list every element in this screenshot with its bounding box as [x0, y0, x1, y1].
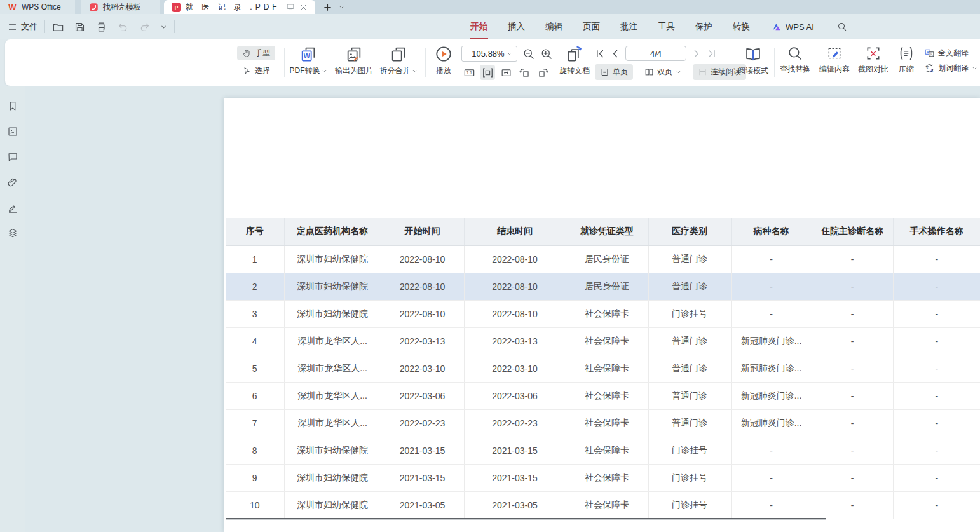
search-icon[interactable] [837, 22, 847, 32]
hand-icon [242, 48, 252, 58]
chevron-down-icon [507, 51, 512, 57]
open-file-icon[interactable] [52, 21, 64, 33]
table-row: 9深圳市妇幼保健院2021-03-152021-03-15社会保障卡门诊挂号--… [226, 464, 980, 491]
rotate-right-button[interactable] [535, 65, 550, 80]
edit-content-button[interactable]: 编辑内容 [816, 45, 853, 75]
last-page-icon[interactable] [706, 48, 717, 59]
tab-page[interactable]: 页面 [582, 13, 601, 40]
layers-icon[interactable] [7, 228, 18, 239]
page-number-input[interactable]: 4/4 [625, 46, 686, 61]
svg-text:W: W [8, 3, 17, 12]
tab-home[interactable]: 开始 [469, 13, 489, 40]
double-page-label: 双页 [657, 67, 672, 78]
find-replace-button[interactable]: 查找替换 [777, 45, 813, 75]
tab-comment[interactable]: 批注 [619, 13, 639, 40]
table-cell: - [812, 355, 893, 382]
actual-size-button[interactable]: 1:1 [461, 65, 477, 80]
edit-content-icon [826, 45, 843, 62]
zoom-select[interactable]: 105.88% [461, 46, 517, 62]
play-button[interactable]: 播放 [430, 45, 458, 76]
svg-text:P: P [175, 4, 179, 10]
table-cell: 2 [226, 273, 284, 300]
document-canvas[interactable]: 序号定点医药机构名称开始时间结束时间就诊凭证类型医疗类别病种名称住院主诊断名称手… [25, 86, 980, 532]
table-cell: 深圳市龙华区人... [284, 409, 381, 437]
print-icon[interactable] [95, 21, 107, 33]
table-cell: 2022-03-10 [381, 355, 464, 382]
table-cell: 8 [226, 437, 284, 464]
table-cell: 5 [226, 355, 284, 382]
zoom-out-icon[interactable] [522, 48, 535, 60]
select-tool-label: 选择 [255, 65, 270, 76]
column-header: 手术操作名称 [893, 218, 980, 245]
monitor-icon[interactable] [286, 3, 295, 11]
signature-icon[interactable] [7, 202, 18, 214]
wps-ai-button[interactable]: WPS AI [772, 22, 814, 32]
pdf-convert-button[interactable]: PDF转换 [287, 45, 329, 76]
single-page-button[interactable]: 单页 [595, 64, 633, 80]
table-cell: 社会保障卡 [566, 300, 648, 327]
bookmark-icon[interactable] [7, 100, 18, 112]
thumbnails-icon[interactable] [7, 126, 18, 137]
compress-button[interactable]: 压缩 [894, 45, 919, 75]
hand-tool-button[interactable]: 手型 [237, 46, 275, 60]
undo-icon[interactable] [117, 21, 129, 33]
tab-insert[interactable]: 插入 [507, 13, 526, 40]
attachment-icon[interactable] [7, 177, 18, 188]
table-cell: 门诊挂号 [648, 464, 731, 491]
next-page-icon[interactable] [691, 48, 702, 59]
compress-label: 压缩 [899, 64, 914, 75]
more-actions-chevron-icon[interactable] [160, 24, 167, 31]
table-cell: - [893, 355, 980, 382]
rotate-document-icon [566, 45, 583, 63]
new-tab-button[interactable] [323, 3, 332, 12]
column-header: 医疗类别 [648, 218, 731, 245]
double-page-button[interactable]: 双页 [639, 64, 686, 80]
split-merge-button[interactable]: 拆分合并 [375, 45, 422, 76]
fit-width-button[interactable] [480, 65, 495, 80]
tab-wps-office[interactable]: W WPS Office [0, 0, 75, 14]
single-page-label: 单页 [613, 67, 628, 78]
tab-docer-templates[interactable]: 找稻壳模板 [81, 0, 160, 14]
screenshot-compare-button[interactable]: 截图对比 [855, 45, 892, 75]
tab-edit[interactable]: 编辑 [544, 13, 564, 40]
select-tool-button[interactable]: 选择 [237, 64, 275, 78]
tab-tools[interactable]: 工具 [657, 13, 676, 40]
rotate-document-label: 旋转文档 [559, 65, 590, 76]
table-cell: - [731, 464, 812, 491]
file-menu-button[interactable]: 文件 [8, 21, 37, 32]
column-header: 病种名称 [731, 218, 812, 245]
tab-protect[interactable]: 保护 [694, 13, 714, 40]
close-icon[interactable] [299, 3, 308, 11]
rotate-left-button[interactable] [517, 65, 532, 80]
table-cell: 深圳市妇幼保健院 [284, 491, 381, 519]
zoom-in-icon[interactable] [540, 48, 553, 60]
tab-convert[interactable]: 转换 [732, 13, 751, 40]
table-cell: 2022-03-10 [464, 355, 566, 382]
comment-icon[interactable] [7, 151, 18, 163]
first-page-icon[interactable] [595, 48, 606, 59]
fit-page-button[interactable] [498, 65, 514, 80]
compress-icon [898, 45, 915, 62]
previous-page-icon[interactable] [610, 48, 621, 59]
table-cell: 2022-08-10 [464, 273, 566, 300]
table-cell: 2021-03-05 [381, 491, 464, 519]
read-mode-button[interactable]: 阅读模式 [735, 45, 772, 76]
table-cell: 居民身份证 [566, 273, 648, 300]
tab-document-pdf[interactable]: P 就 医 记 录 .PDF [164, 0, 315, 14]
table-cell: - [812, 273, 893, 300]
column-header: 序号 [226, 218, 284, 245]
word-translate-button[interactable]: 划词翻译 [924, 63, 977, 74]
full-translate-button[interactable]: 全文翻译 [924, 48, 977, 58]
redo-icon[interactable] [139, 21, 151, 33]
rotate-document-button[interactable]: 旋转文档 [555, 45, 594, 76]
toolbar: 手型 选择 PDF转换 输出为图片 拆分合并 播放 [5, 39, 980, 86]
export-image-button[interactable]: 输出为图片 [330, 45, 378, 76]
export-image-label: 输出为图片 [335, 65, 373, 76]
fit-width-icon [482, 67, 494, 79]
fit-page-icon [500, 67, 512, 79]
table-cell: 普通门诊 [648, 273, 731, 300]
table-cell: 门诊挂号 [648, 300, 731, 327]
save-icon[interactable] [74, 21, 86, 33]
table-cell: - [893, 437, 980, 464]
tab-list-chevron-icon[interactable] [339, 4, 344, 10]
